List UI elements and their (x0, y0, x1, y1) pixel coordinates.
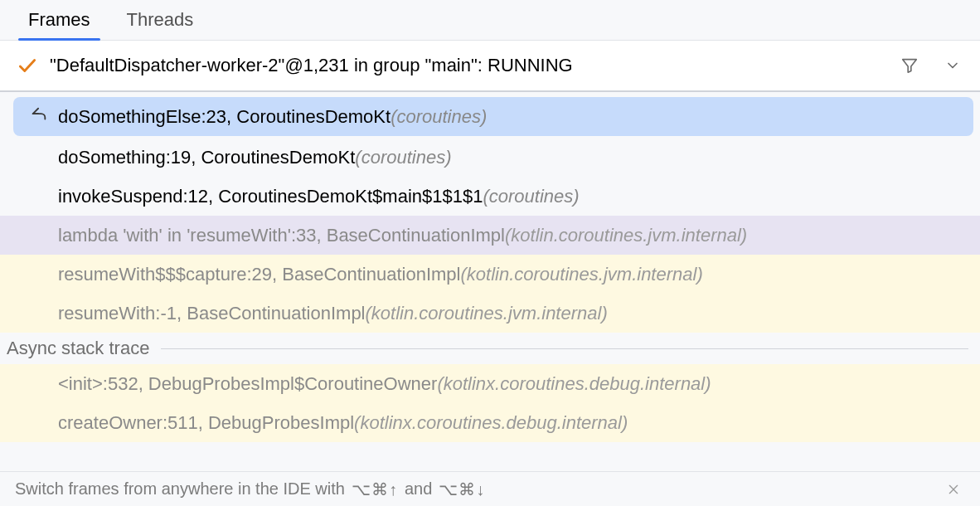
frame-package: (coroutines) (355, 145, 451, 170)
separator-line (161, 348, 968, 349)
chevron-down-icon (944, 57, 961, 74)
filter-button[interactable] (894, 50, 925, 81)
frame-package: (kotlinx.coroutines.debug.internal) (354, 411, 628, 435)
stack-frame[interactable]: <init>:532, DebugProbesImpl$CoroutineOwn… (0, 364, 980, 403)
thread-selector-row: "DefaultDispatcher-worker-2"@1,231 in gr… (0, 41, 980, 92)
thread-dropdown-button[interactable] (937, 50, 968, 81)
tab-threads[interactable]: Threads (109, 0, 212, 40)
stack-frame[interactable]: invokeSuspend:12, CoroutinesDemoKt$main$… (0, 177, 980, 216)
frame-method: resumeWith$$$capture:29, BaseContinuatio… (58, 262, 461, 287)
hint-text-prefix: Switch frames from anywhere in the IDE w… (15, 479, 345, 499)
frame-package: (coroutines) (483, 184, 579, 209)
async-section-label: Async stack trace (7, 338, 149, 359)
frame-package: (kotlin.coroutines.jvm.internal) (366, 301, 608, 326)
stack-frame[interactable]: resumeWith:-1, BaseContinuationImpl (kot… (0, 294, 980, 333)
stack-frame[interactable]: lambda 'with' in 'resumeWith':33, BaseCo… (0, 216, 980, 255)
frame-package: (kotlin.coroutines.jvm.internal) (505, 223, 747, 248)
frame-method: lambda 'with' in 'resumeWith':33, BaseCo… (58, 223, 505, 248)
frame-package: (kotlin.coroutines.jvm.internal) (461, 262, 703, 287)
hint-shortcut-down: ⌥⌘↓ (439, 479, 485, 499)
frame-package: (coroutines) (391, 105, 487, 129)
debugger-tabbar: Frames Threads (0, 0, 980, 41)
drop-frame-icon (30, 105, 48, 129)
close-icon (947, 483, 960, 496)
thread-title[interactable]: "DefaultDispatcher-worker-2"@1,231 in gr… (50, 55, 882, 76)
frame-method: resumeWith:-1, BaseContinuationImpl (58, 301, 366, 326)
frame-method: <init>:532, DebugProbesImpl$CoroutineOwn… (58, 372, 437, 397)
stack-frame[interactable]: resumeWith$$$capture:29, BaseContinuatio… (0, 255, 980, 294)
stack-frame[interactable]: createOwner:511, DebugProbesImpl (kotlin… (0, 403, 980, 442)
stack-frame[interactable]: doSomething:19, CoroutinesDemoKt (corout… (0, 138, 980, 177)
tab-threads-label: Threads (127, 9, 194, 31)
tab-frames[interactable]: Frames (10, 0, 109, 40)
hint-close-button[interactable] (942, 478, 965, 501)
frame-package: (kotlinx.coroutines.debug.internal) (437, 372, 711, 397)
hint-footer: Switch frames from anywhere in the IDE w… (0, 471, 980, 506)
status-ok-icon (17, 55, 38, 76)
frame-method: createOwner:511, DebugProbesImpl (58, 411, 354, 435)
frame-method: invokeSuspend:12, CoroutinesDemoKt$main$… (58, 184, 483, 209)
frame-method: doSomething:19, CoroutinesDemoKt (58, 145, 355, 170)
hint-shortcut-up: ⌥⌘↑ (352, 479, 398, 499)
frame-method: doSomethingElse:23, CoroutinesDemoKt (58, 105, 391, 129)
tab-frames-label: Frames (28, 9, 90, 31)
funnel-icon (900, 56, 919, 75)
stack-frame[interactable]: doSomethingElse:23, CoroutinesDemoKt (co… (13, 97, 973, 136)
frames-list: doSomethingElse:23, CoroutinesDemoKt (co… (0, 97, 980, 442)
async-section-separator: Async stack trace (0, 333, 980, 364)
hint-text-and: and (405, 479, 432, 499)
